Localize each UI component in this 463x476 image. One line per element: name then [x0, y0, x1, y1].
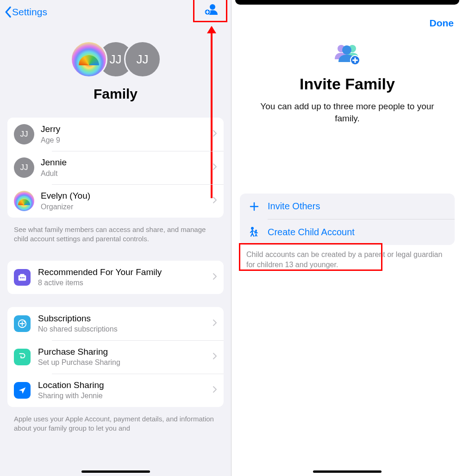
option-label: Create Child Account [268, 227, 355, 238]
recommended-title: Recommended For Your Family [38, 267, 213, 278]
svg-point-13 [342, 45, 351, 55]
chevron-right-icon [213, 319, 217, 328]
nav-bar: Settings [0, 0, 231, 24]
member-detail: Age 9 [41, 136, 213, 145]
invite-subtitle: You can add up to three more people to y… [250, 100, 444, 124]
location-sharing-icon [14, 382, 31, 399]
plus-icon [248, 201, 260, 212]
member-row[interactable]: JJ Jerry Age 9 [7, 118, 224, 151]
recommended-row[interactable]: Recommended For Your Family 8 active ite… [7, 261, 224, 294]
add-member-highlight [193, 0, 227, 22]
invite-title: Invite Family [250, 75, 444, 93]
avatar: JJ [14, 124, 34, 144]
svg-rect-6 [20, 274, 24, 276]
subscriptions-row[interactable]: Subscriptions No shared subscriptions [7, 307, 224, 340]
row-title: Subscriptions [38, 313, 213, 324]
home-indicator[interactable] [313, 470, 382, 473]
done-button[interactable]: Done [430, 18, 454, 29]
add-member-button[interactable] [203, 3, 218, 17]
recommended-detail: 8 active items [38, 278, 213, 288]
recommended-icon [14, 269, 31, 286]
chevron-right-icon [213, 163, 217, 172]
svg-point-9 [23, 277, 25, 278]
svg-rect-4 [206, 12, 209, 13]
chevron-right-icon [213, 386, 217, 395]
member-name: Jerry [41, 124, 213, 135]
members-card: JJ Jerry Age 9 JJ Jennie Adult Evelyn (Y… [7, 118, 224, 218]
location-sharing-row[interactable]: Location Sharing Sharing with Jennie [7, 374, 224, 407]
avatar: JJ [14, 157, 34, 178]
chevron-right-icon [213, 130, 217, 139]
row-title: Location Sharing [38, 380, 213, 391]
family-settings-screen: Settings JJ JJ Family JJ [0, 0, 232, 476]
invite-options-card: Invite Others Create Child Account [240, 194, 455, 245]
svg-point-0 [210, 4, 215, 10]
back-label: Settings [12, 6, 47, 18]
avatar [70, 41, 107, 78]
members-footer: See what family members can access and s… [0, 222, 231, 252]
sharing-footer: Apple uses your Apple Account, payment d… [0, 412, 231, 442]
svg-rect-17 [352, 60, 358, 61]
svg-point-7 [20, 277, 21, 278]
home-indicator[interactable] [81, 470, 150, 473]
avatar: JJ [124, 41, 161, 78]
member-detail: Adult [41, 169, 213, 178]
sheet-handle[interactable] [235, 0, 459, 5]
row-detail: No shared subscriptions [38, 325, 213, 334]
sharing-card: Subscriptions No shared subscriptions Pu… [7, 307, 224, 407]
option-label: Invite Others [268, 201, 320, 212]
subscriptions-icon [14, 315, 31, 332]
back-button[interactable]: Settings [4, 6, 47, 18]
purchase-sharing-icon [14, 349, 31, 365]
member-row[interactable]: JJ Jennie Adult [7, 151, 224, 184]
chevron-right-icon [213, 273, 217, 282]
member-row[interactable]: Evelyn (You) Organizer [7, 184, 224, 218]
child-figure-icon [248, 226, 260, 238]
family-header: JJ JJ Family [0, 24, 231, 113]
recommended-card: Recommended For Your Family 8 active ite… [7, 261, 224, 294]
create-child-account-row[interactable]: Create Child Account [240, 219, 455, 245]
chevron-right-icon [213, 352, 217, 362]
invite-hero: Invite Family You can add up to three mo… [232, 29, 463, 124]
row-detail: Set up Purchase Sharing [38, 358, 213, 367]
member-detail: Organizer [41, 202, 213, 212]
invite-family-sheet: Done Invite Family You can add up to thr… [232, 0, 463, 476]
done-bar: Done [232, 5, 463, 29]
purchase-sharing-row[interactable]: Purchase Sharing Set up Purchase Sharing [7, 340, 224, 374]
invite-others-row[interactable]: Invite Others [240, 194, 455, 219]
invite-family-icon [331, 43, 363, 68]
svg-point-8 [22, 277, 23, 278]
row-detail: Sharing with Jennie [38, 391, 213, 401]
row-title: Purchase Sharing [38, 346, 213, 357]
member-name: Jennie [41, 157, 213, 168]
chevron-left-icon [4, 6, 12, 18]
options-footer: Child accounts can be created by a paren… [232, 245, 463, 274]
member-name: Evelyn (You) [41, 190, 213, 201]
avatar-stack: JJ JJ [0, 41, 231, 78]
add-person-icon [203, 3, 218, 15]
page-title: Family [0, 86, 231, 102]
chevron-right-icon [213, 196, 217, 206]
avatar [14, 191, 34, 211]
